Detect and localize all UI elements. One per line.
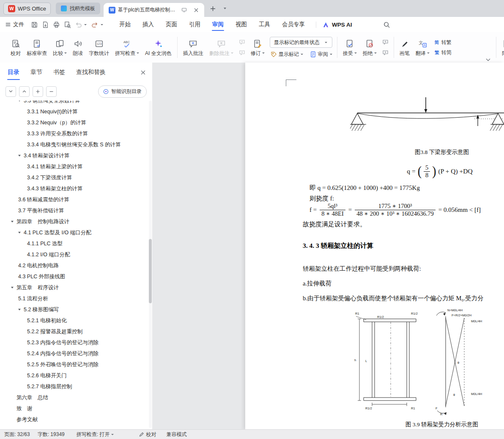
toc-item[interactable]: 3.6 轿厢减震垫的计算 xyxy=(0,194,148,205)
standard-review-button[interactable]: 标准审查 xyxy=(24,34,50,60)
search-icon[interactable] xyxy=(382,20,391,29)
toc-item[interactable]: 4.3 PLC 外部接线图 xyxy=(0,271,148,282)
word-count-indicator[interactable]: 字数: 19349 xyxy=(38,431,65,438)
toc-item[interactable]: 5.1 流程分析 xyxy=(0,293,148,304)
toc-item[interactable]: 5.2.7 电梯指层控制 xyxy=(0,381,148,392)
menu-item[interactable]: 视图 xyxy=(230,17,253,32)
expand-arrow-icon[interactable] xyxy=(18,155,24,156)
toc-item[interactable]: 3.3.1 Nequiv(t)的计算 xyxy=(0,106,148,117)
wps-app-button[interactable]: W WPS Office xyxy=(3,3,51,15)
sidebar-panel-tab[interactable]: 目录 xyxy=(8,69,19,76)
toc-panel: 3.3 钢丝绳安全系数计算 3.3.1 Nequiv(t)的计算 3.3.2 N… xyxy=(0,101,148,430)
smart-toc-button[interactable]: 智能识别目录 xyxy=(98,85,147,98)
show-markup-button[interactable]: 显示标记 xyxy=(271,51,303,58)
menu-item[interactable]: 工具 xyxy=(253,17,276,32)
toc-item[interactable]: 4.2 电机控制电路 xyxy=(0,260,148,271)
menu-item[interactable]: 引用 xyxy=(183,17,206,32)
expand-arrow-icon[interactable] xyxy=(18,309,24,310)
save-icon[interactable] xyxy=(29,19,40,30)
menu-item[interactable]: 页面 xyxy=(160,17,183,32)
new-tab-button[interactable] xyxy=(208,4,218,13)
toc-item[interactable]: 3.4 轿厢架设计计算 xyxy=(0,150,148,161)
proofread-indicator[interactable]: 校对 xyxy=(139,431,156,438)
wps-ai-button[interactable]: WPS AI xyxy=(320,21,355,28)
toc-item[interactable]: 参考文献 xyxy=(0,414,148,425)
tab-list-chevron-icon[interactable] xyxy=(220,4,230,13)
menu-item[interactable]: 开始 xyxy=(113,17,137,32)
close-tab-icon[interactable] xyxy=(192,5,201,15)
document-page[interactable]: 图3.8 下梁形变示意图 q = ( 5 8 ) (P + Q) +DQ 即 q… xyxy=(245,63,504,430)
pen-button[interactable]: 画笔 xyxy=(397,34,413,60)
undo-chevron-icon[interactable] xyxy=(84,24,87,25)
toc-item[interactable]: 5.2.3 内指令信号的登记与消除 xyxy=(0,337,148,348)
spellcheck-indicator[interactable]: 拼写检查: 打开 xyxy=(77,431,114,438)
print-icon[interactable] xyxy=(51,19,62,30)
print-preview-icon[interactable] xyxy=(62,19,73,30)
proofread-button[interactable]: 校对 xyxy=(8,34,24,60)
expand-arrow-icon[interactable] xyxy=(11,287,16,288)
toc-item[interactable]: 3.3.3 许用安全系数的计算 xyxy=(0,128,148,139)
toc-item[interactable]: 3.3 钢丝绳安全系数计算 xyxy=(0,101,148,106)
expand-arrow-icon[interactable] xyxy=(18,101,24,102)
toc-item[interactable]: 第四章 控制电路设计 xyxy=(0,216,148,227)
collapse-ribbon-icon[interactable] xyxy=(486,58,490,61)
redo-chevron-icon[interactable] xyxy=(101,24,103,25)
toc-item[interactable]: 5.2.2 报警器及超重控制 xyxy=(0,326,148,337)
collapse-all-icon[interactable] xyxy=(19,86,30,97)
reject-button[interactable]: 拒绝 xyxy=(360,34,380,60)
next-revision-icon[interactable] xyxy=(381,49,389,56)
toc-item[interactable]: 3.7 平衡补偿链计算 xyxy=(0,205,148,216)
menu-item[interactable]: 会员专享 xyxy=(276,17,311,32)
file-menu-button[interactable]: 文件 xyxy=(0,17,29,32)
spell-check-button[interactable]: ABC 拼写检查 xyxy=(112,34,142,60)
toc-item[interactable]: 5.2.1 电梯初始化 xyxy=(0,315,148,326)
revise-button[interactable]: 修订 xyxy=(248,34,268,60)
redo-icon[interactable] xyxy=(90,19,100,30)
review-button[interactable]: 审阅 xyxy=(310,51,332,58)
compare-button[interactable]: 比较 xyxy=(50,34,70,60)
zoom-out-icon[interactable] xyxy=(46,86,57,97)
toc-item[interactable]: 第六章 总结 xyxy=(0,392,148,403)
ai-polish-button[interactable]: AI 全文润色 xyxy=(142,34,175,60)
toc-item[interactable]: 3.3.2 Nequiv（p）的计算 xyxy=(0,117,148,128)
tab-docer-templates[interactable]: 找稻壳模板 xyxy=(56,3,100,14)
scrollbar-thumb[interactable] xyxy=(149,239,152,303)
read-aloud-button[interactable]: 朗读 xyxy=(70,34,86,60)
export-pdf-icon[interactable] xyxy=(40,19,51,30)
expand-arrow-icon[interactable] xyxy=(11,221,16,222)
menu-item[interactable]: 审阅 xyxy=(206,17,230,32)
previous-revision-icon[interactable] xyxy=(381,39,389,46)
sidebar-panel-tab[interactable]: 章节 xyxy=(30,69,42,76)
toc-item[interactable]: 3.4.3 轿厢架立柱的计算 xyxy=(0,183,148,194)
expand-all-icon[interactable] xyxy=(5,86,16,97)
toc-item[interactable]: 4.1 PLC 选型及 I/O 端口分配 xyxy=(0,227,148,238)
menu-item[interactable]: 插入 xyxy=(137,17,160,32)
toc-item[interactable]: 5.2 梯形图编写 xyxy=(0,304,148,315)
toc-item[interactable]: 3.4.2 下梁强度计算 xyxy=(0,172,148,183)
translate-button[interactable]: 文 A 翻译 xyxy=(413,34,433,60)
sidebar-scrollbar[interactable] xyxy=(149,101,152,428)
to-simplified-button[interactable]: 繁 转简 xyxy=(435,49,452,56)
toc-item[interactable]: 4.1.1 PLC 选型 xyxy=(0,238,148,249)
toc-item[interactable]: 5.2.6 电梯开关门 xyxy=(0,370,148,381)
sidebar-panel-tab[interactable]: 书签 xyxy=(53,69,65,76)
expand-arrow-icon[interactable] xyxy=(18,232,24,233)
sidebar-panel-tab[interactable]: 查找和替换 xyxy=(76,69,106,76)
close-sidebar-icon[interactable] xyxy=(139,68,147,77)
toc-item[interactable]: 第五章 程序设计 xyxy=(0,282,148,293)
word-count-button[interactable]: 123 字数统计 xyxy=(86,34,112,60)
toc-item[interactable]: 5.2.5 外召唤信号的登记与消除 xyxy=(0,359,148,370)
to-traditional-button[interactable]: 简 转繁 xyxy=(435,39,452,46)
markup-state-select[interactable]: 显示标记的最终状态 xyxy=(270,37,332,48)
restrict-edit-button[interactable]: 限制 xyxy=(499,34,504,60)
toc-item[interactable]: 致 谢 xyxy=(0,403,148,414)
accept-button[interactable]: 接受 xyxy=(340,34,360,60)
tab-active-document[interactable]: W 基于plc的五层电梯控制系统设... xyxy=(104,3,204,17)
toc-item[interactable]: 4.1.2 I/O 端口分配 xyxy=(0,249,148,260)
page-indicator[interactable]: 页面: 32/63 xyxy=(4,431,30,438)
zoom-in-icon[interactable] xyxy=(33,86,43,97)
insert-comment-button[interactable]: 插入批注 xyxy=(180,34,206,60)
toc-item[interactable]: 3.4.1 轿厢架上梁的计算 xyxy=(0,161,148,172)
toc-item[interactable]: 3.3.4 电梯曳引钢丝绳安全系数 S 的计算 xyxy=(0,139,148,150)
toc-item[interactable]: 5.2.4 内指令信号的登记与消除 xyxy=(0,348,148,359)
